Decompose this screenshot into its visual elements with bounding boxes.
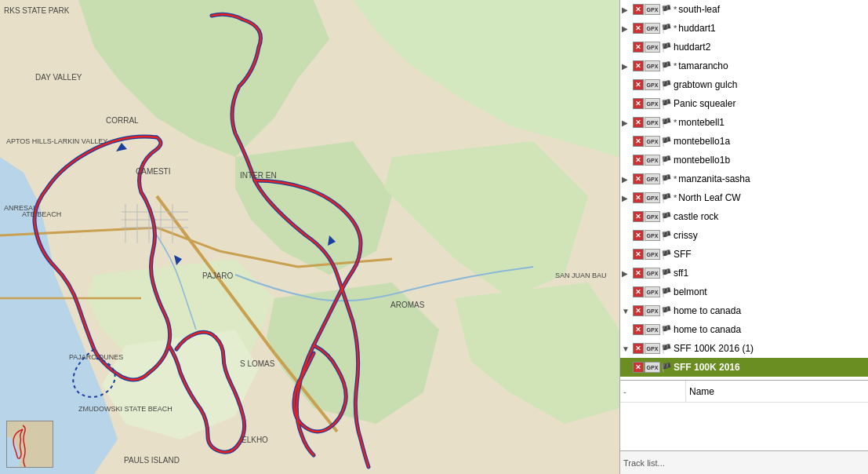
track-close-icon[interactable]: ✕ <box>633 249 644 260</box>
track-list[interactable]: ▶✕GPX🏴*south-leaf▶✕GPX🏴*huddart1 ✕GPX🏴hu… <box>620 0 868 380</box>
prop-value: Name <box>686 386 865 397</box>
track-close-icon[interactable]: ✕ <box>633 362 644 373</box>
track-item[interactable]: ▶✕GPX🏴*montebell1 <box>620 113 868 132</box>
track-item[interactable]: ✕GPX🏴montebello1a <box>620 132 868 151</box>
track-item[interactable]: ✕GPX🏴crissy <box>620 226 868 245</box>
track-close-icon[interactable]: ✕ <box>633 4 644 15</box>
track-close-icon[interactable]: ✕ <box>633 60 644 71</box>
track-item[interactable]: ▶✕GPX🏴*huddart1 <box>620 19 868 38</box>
track-gpx-icon: GPX <box>645 192 660 203</box>
track-name: castle rock <box>674 211 866 222</box>
track-flag-icon: 🏴 <box>661 155 672 166</box>
track-flag-icon: 🏴 <box>661 230 672 241</box>
expand-arrow-icon[interactable]: ▼ <box>622 307 633 315</box>
track-name: montebello1b <box>674 155 866 166</box>
track-name: tamarancho <box>678 60 866 71</box>
track-item[interactable]: ✕GPX🏴castle rock <box>620 207 868 226</box>
track-close-icon[interactable]: ✕ <box>633 23 644 34</box>
track-item[interactable]: ✕GPX🏴home to canada <box>620 320 868 339</box>
track-close-icon[interactable]: ✕ <box>633 343 644 354</box>
track-item[interactable]: ▶✕GPX🏴sff1 <box>620 264 868 283</box>
track-name: home to canada <box>674 305 866 316</box>
track-item[interactable]: ✕GPX🏴SFF <box>620 245 868 264</box>
track-flag-icon: 🏴 <box>661 286 672 297</box>
track-item[interactable]: ✕GPX🏴montebello1b <box>620 151 868 170</box>
track-item[interactable]: ✕GPX🏴belmont <box>620 283 868 301</box>
track-close-icon[interactable]: ✕ <box>633 230 644 241</box>
track-star-icon: * <box>674 193 677 202</box>
track-close-icon[interactable]: ✕ <box>633 136 644 147</box>
track-close-icon[interactable]: ✕ <box>633 173 644 184</box>
track-item[interactable]: ▶✕GPX🏴*manzanita-sasha <box>620 170 868 188</box>
track-item[interactable]: ✕GPX🏴Panic squealer <box>620 94 868 113</box>
track-name: belmont <box>674 286 866 297</box>
track-close-icon[interactable]: ✕ <box>633 79 644 90</box>
track-item[interactable]: ▶✕GPX🏴*tamarancho <box>620 57 868 75</box>
track-name: Panic squealer <box>674 98 866 109</box>
track-item[interactable]: ▼✕GPX🏴SFF 100K 2016 (1) <box>620 339 868 358</box>
track-name: SFF 100K 2016 <box>674 362 866 373</box>
track-gpx-icon: GPX <box>645 230 660 241</box>
track-gpx-icon: GPX <box>645 211 660 222</box>
track-gpx-icon: GPX <box>645 155 660 166</box>
track-gpx-icon: GPX <box>645 60 660 71</box>
track-item[interactable]: ✕GPX🏴SFF 100K 2016 <box>620 358 868 377</box>
track-name: sff1 <box>674 268 866 279</box>
track-item[interactable]: ▶✕GPX🏴*south-leaf <box>620 0 868 19</box>
track-flag-icon: 🏴 <box>661 79 672 90</box>
minimap <box>6 421 53 468</box>
expand-arrow-icon[interactable]: ▶ <box>622 269 633 278</box>
track-flag-icon: 🏴 <box>661 4 672 15</box>
track-name: SFF 100K 2016 (1) <box>674 343 866 354</box>
track-flag-icon: 🏴 <box>661 98 672 109</box>
track-gpx-icon: GPX <box>645 79 660 90</box>
track-item[interactable]: ▶✕GPX🏴*North Leaf CW <box>620 188 868 207</box>
track-close-icon[interactable]: ✕ <box>633 192 644 203</box>
track-close-icon[interactable]: ✕ <box>633 324 644 335</box>
track-close-icon[interactable]: ✕ <box>633 42 644 53</box>
track-close-icon[interactable]: ✕ <box>633 268 644 279</box>
track-close-icon[interactable]: ✕ <box>633 305 644 316</box>
expand-arrow-icon[interactable]: ▼ <box>622 345 633 353</box>
track-gpx-icon: GPX <box>645 98 660 109</box>
track-name: crissy <box>674 230 866 241</box>
expand-arrow-icon[interactable]: ▶ <box>622 175 633 184</box>
track-name: south-leaf <box>678 4 866 15</box>
track-name: grabtown gulch <box>674 79 866 90</box>
track-gpx-icon: GPX <box>645 268 660 279</box>
track-item[interactable]: ✕GPX🏴grabtown gulch <box>620 75 868 94</box>
track-star-icon: * <box>674 24 677 33</box>
expand-arrow-icon[interactable]: ▶ <box>622 5 633 14</box>
track-close-icon[interactable]: ✕ <box>633 286 644 297</box>
expand-arrow-icon[interactable]: ▶ <box>622 118 633 127</box>
sidebar: ▶✕GPX🏴*south-leaf▶✕GPX🏴*huddart1 ✕GPX🏴hu… <box>619 0 868 474</box>
track-flag-icon: 🏴 <box>661 117 672 128</box>
track-name: North Leaf CW <box>678 192 866 203</box>
track-star-icon: * <box>674 118 677 127</box>
track-gpx-icon: GPX <box>645 4 660 15</box>
track-flag-icon: 🏴 <box>661 362 672 373</box>
properties-panel: - Name <box>620 380 868 450</box>
track-close-icon[interactable]: ✕ <box>633 155 644 166</box>
track-gpx-icon: GPX <box>645 42 660 53</box>
prop-key: - <box>623 381 686 402</box>
expand-arrow-icon[interactable]: ▶ <box>622 62 633 71</box>
track-star-icon: * <box>674 5 677 14</box>
track-gpx-icon: GPX <box>645 136 660 147</box>
track-item[interactable]: ▼✕GPX🏴home to canada <box>620 301 868 320</box>
track-flag-icon: 🏴 <box>661 42 672 53</box>
track-item[interactable]: ✕GPX🏴huddart2 <box>620 38 868 57</box>
track-flag-icon: 🏴 <box>661 173 672 184</box>
expand-arrow-icon[interactable]: ▶ <box>622 24 633 33</box>
track-gpx-icon: GPX <box>645 324 660 335</box>
track-flag-icon: 🏴 <box>661 305 672 316</box>
expand-arrow-icon[interactable]: ▶ <box>622 194 633 202</box>
track-gpx-icon: GPX <box>645 173 660 184</box>
track-close-icon[interactable]: ✕ <box>633 211 644 222</box>
track-close-icon[interactable]: ✕ <box>633 117 644 128</box>
track-gpx-icon: GPX <box>645 249 660 260</box>
track-name: montebell1 <box>678 117 866 128</box>
track-close-icon[interactable]: ✕ <box>633 98 644 109</box>
track-flag-icon: 🏴 <box>661 324 672 335</box>
track-name: home to canada <box>674 324 866 335</box>
